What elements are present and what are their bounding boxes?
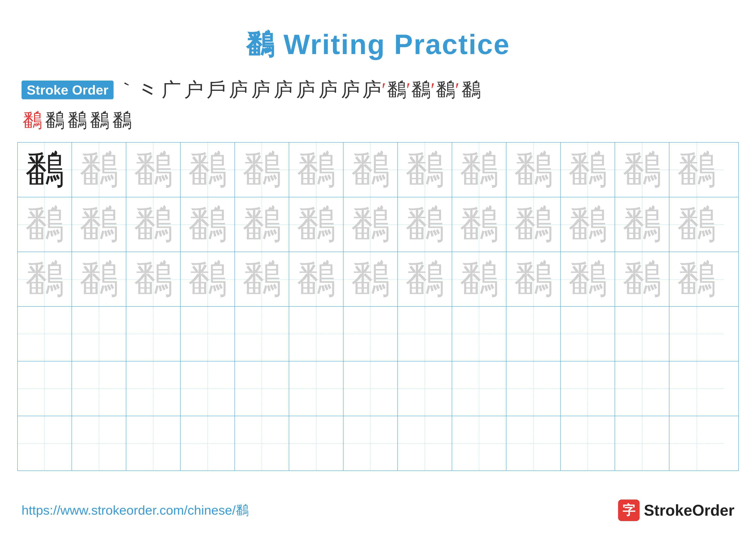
grid-cell-1-6[interactable]: 鷭 (289, 142, 343, 197)
grid-cell-6-11[interactable] (561, 416, 615, 470)
grid-cell-1-12[interactable]: 鷭 (615, 142, 669, 197)
grid-row-1: 鷭 鷭 鷭 鷭 鷭 鷭 鷭 鷭 鷭 鷭 鷭 鷭 鷭 (18, 142, 738, 197)
grid-cell-6-1[interactable] (18, 416, 72, 470)
stroke-char-7: 庐 (250, 77, 272, 103)
footer: https://www.strokeorder.com/chinese/鷭 字 … (21, 499, 735, 521)
grid-cell-4-9[interactable] (452, 307, 506, 361)
grid-cell-6-7[interactable] (343, 416, 398, 470)
grid-cell-2-3[interactable]: 鷭 (126, 197, 180, 252)
grid-cell-5-9[interactable] (452, 362, 506, 416)
grid-cell-4-12[interactable] (615, 307, 669, 361)
grid-cell-5-4[interactable] (180, 362, 235, 416)
grid-cell-4-2[interactable] (72, 307, 126, 361)
grid-cell-3-5[interactable]: 鷭 (235, 252, 289, 306)
grid-cell-3-8[interactable]: 鷭 (398, 252, 452, 306)
grid-cell-1-4[interactable]: 鷭 (180, 142, 235, 197)
grid-cell-5-12[interactable] (615, 362, 669, 416)
grid-cell-2-1[interactable]: 鷭 (18, 197, 72, 252)
grid-cell-1-7[interactable]: 鷭 (343, 142, 398, 197)
grid-cell-1-10[interactable]: 鷭 (506, 142, 561, 197)
grid-cell-4-6[interactable] (289, 307, 343, 361)
grid-cell-6-9[interactable] (452, 416, 506, 470)
grid-cell-3-12[interactable]: 鷭 (615, 252, 669, 306)
grid-cell-2-10[interactable]: 鷭 (506, 197, 561, 252)
footer-url-link[interactable]: https://www.strokeorder.com/chinese/鷭 (21, 502, 249, 519)
grid-cell-1-11[interactable]: 鷭 (561, 142, 615, 197)
grid-row-6 (18, 416, 738, 470)
grid-cell-3-6[interactable]: 鷭 (289, 252, 343, 306)
grid-cell-5-6[interactable] (289, 362, 343, 416)
stroke-char-11: 庐 (340, 77, 362, 103)
grid-cell-2-4[interactable]: 鷭 (180, 197, 235, 252)
grid-cell-5-2[interactable] (72, 362, 126, 416)
grid-cell-5-13[interactable] (669, 362, 724, 416)
grid-cell-4-11[interactable] (561, 307, 615, 361)
stroke-char-r2-2: 鷭 (44, 107, 66, 134)
grid-row-5 (18, 362, 738, 416)
grid-cell-3-11[interactable]: 鷭 (561, 252, 615, 306)
grid-cell-1-13[interactable]: 鷭 (669, 142, 724, 197)
grid-cell-5-3[interactable] (126, 362, 180, 416)
grid-cell-4-5[interactable] (235, 307, 289, 361)
grid-cell-3-10[interactable]: 鷭 (506, 252, 561, 306)
grid-cell-1-5[interactable]: 鷭 (235, 142, 289, 197)
stroke-char-r2-1: 鷭 (21, 107, 43, 134)
stroke-char-1: ｀ (116, 77, 137, 103)
grid-cell-6-13[interactable] (669, 416, 724, 470)
grid-row-4 (18, 307, 738, 362)
stroke-char-13: 鷭′ (387, 77, 411, 103)
grid-cell-4-4[interactable] (180, 307, 235, 361)
grid-cell-4-13[interactable] (669, 307, 724, 361)
grid-cell-2-9[interactable]: 鷭 (452, 197, 506, 252)
stroke-char-9: 庐 (295, 77, 316, 103)
grid-cell-1-2[interactable]: 鷭 (72, 142, 126, 197)
grid-cell-3-3[interactable]: 鷭 (126, 252, 180, 306)
stroke-char-r2-5: 鷭 (111, 107, 133, 134)
grid-cell-4-3[interactable] (126, 307, 180, 361)
grid-cell-3-9[interactable]: 鷭 (452, 252, 506, 306)
stroke-order-row2: 鷭 鷭 鷭 鷭 鷭 (21, 107, 735, 134)
page-title: 鷭 Writing Practice (0, 0, 756, 64)
grid-cell-1-8[interactable]: 鷭 (398, 142, 452, 197)
grid-cell-4-8[interactable] (398, 307, 452, 361)
grid-cell-2-13[interactable]: 鷭 (669, 197, 724, 252)
grid-cell-1-1[interactable]: 鷭 (18, 142, 72, 197)
grid-cell-5-8[interactable] (398, 362, 452, 416)
grid-cell-2-11[interactable]: 鷭 (561, 197, 615, 252)
grid-cell-5-11[interactable] (561, 362, 615, 416)
grid-cell-2-12[interactable]: 鷭 (615, 197, 669, 252)
grid-cell-6-10[interactable] (506, 416, 561, 470)
grid-cell-2-2[interactable]: 鷭 (72, 197, 126, 252)
grid-cell-1-9[interactable]: 鷭 (452, 142, 506, 197)
grid-cell-3-4[interactable]: 鷭 (180, 252, 235, 306)
practice-char-dark: 鷭 (25, 144, 64, 196)
stroke-char-14: 鷭′ (411, 77, 435, 103)
grid-cell-6-2[interactable] (72, 416, 126, 470)
grid-cell-6-8[interactable] (398, 416, 452, 470)
grid-cell-4-10[interactable] (506, 307, 561, 361)
grid-cell-5-5[interactable] (235, 362, 289, 416)
grid-cell-3-7[interactable]: 鷭 (343, 252, 398, 306)
grid-cell-2-6[interactable]: 鷭 (289, 197, 343, 252)
stroke-char-12: 庐′ (362, 77, 386, 103)
grid-cell-3-13[interactable]: 鷭 (669, 252, 724, 306)
grid-row-2: 鷭 鷭 鷭 鷭 鷭 鷭 鷭 鷭 鷭 鷭 鷭 鷭 鷭 (18, 197, 738, 252)
grid-cell-2-8[interactable]: 鷭 (398, 197, 452, 252)
grid-cell-5-10[interactable] (506, 362, 561, 416)
grid-cell-2-5[interactable]: 鷭 (235, 197, 289, 252)
grid-cell-3-1[interactable]: 鷭 (18, 252, 72, 306)
grid-cell-6-6[interactable] (289, 416, 343, 470)
grid-cell-1-3[interactable]: 鷭 (126, 142, 180, 197)
grid-cell-6-4[interactable] (180, 416, 235, 470)
grid-cell-4-7[interactable] (343, 307, 398, 361)
grid-cell-6-3[interactable] (126, 416, 180, 470)
grid-cell-5-7[interactable] (343, 362, 398, 416)
grid-cell-5-1[interactable] (18, 362, 72, 416)
grid-cell-6-12[interactable] (615, 416, 669, 470)
grid-row-3: 鷭 鷭 鷭 鷭 鷭 鷭 鷭 鷭 鷭 鷭 鷭 鷭 鷭 (18, 252, 738, 307)
grid-cell-2-7[interactable]: 鷭 (343, 197, 398, 252)
grid-cell-6-5[interactable] (235, 416, 289, 470)
grid-cell-3-2[interactable]: 鷭 (72, 252, 126, 306)
grid-cell-4-1[interactable] (18, 307, 72, 361)
footer-logo: 字 StrokeOrder (618, 499, 735, 521)
